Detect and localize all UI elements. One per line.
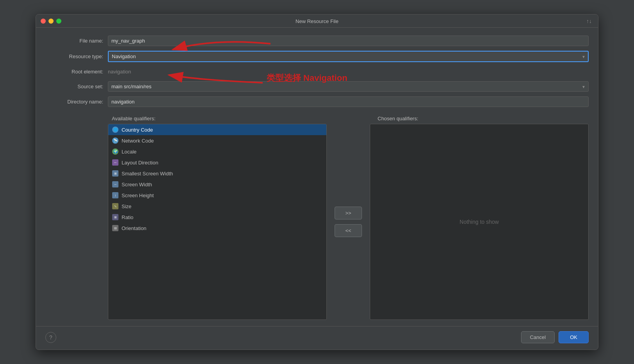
root-element-row: Root element: [45, 67, 589, 77]
resource-type-select[interactable]: Navigation Layout Menu Drawable Values X… [108, 51, 589, 62]
orientation-icon: ⊟ [112, 225, 118, 231]
source-set-row: Source set: main src/main/res ▼ [45, 81, 589, 92]
qualifier-size[interactable]: ⤡ Size [108, 201, 326, 212]
window-controls [41, 18, 61, 23]
qualifier-arrows: >> << [327, 124, 370, 320]
size-icon: ⤡ [112, 203, 118, 209]
qualifier-screen-height-label: Screen Height [122, 193, 154, 198]
chosen-qualifiers-label: Chosen qualifiers: [378, 116, 418, 121]
locale-icon: 🌍 [112, 148, 118, 155]
qualifier-layout-direction-label: Layout Direction [122, 160, 158, 166]
dialog-title: New Resource File [296, 18, 338, 24]
qualifier-country-code[interactable]: 🌐 Country Code [108, 124, 326, 135]
screen-width-icon: ↔ [112, 181, 118, 187]
resource-type-row: Resource type: Navigation Layout Menu Dr… [45, 51, 589, 62]
qualifier-size-label: Size [122, 203, 131, 209]
qualifier-ratio-label: Ratio [122, 214, 133, 220]
source-set-wrapper: main src/main/res ▼ [108, 81, 589, 92]
nothing-to-show-text: Nothing to show [460, 219, 499, 225]
dialog-container: New Resource File ↑↓ File name: Resource… [36, 14, 598, 350]
maximize-button[interactable] [56, 18, 61, 23]
directory-name-input[interactable] [108, 96, 589, 107]
file-name-row: File name: [45, 36, 589, 46]
layout-direction-icon: ↔ [112, 159, 118, 166]
close-button[interactable] [41, 18, 46, 23]
source-set-select[interactable]: main src/main/res [108, 81, 589, 92]
qualifier-layout-direction[interactable]: ↔ Layout Direction [108, 157, 326, 168]
chosen-qualifiers-panel: Nothing to show [370, 124, 589, 320]
help-button[interactable]: ? [45, 332, 56, 343]
file-name-label: File name: [45, 38, 108, 44]
qualifier-locale[interactable]: 🌍 Locale [108, 146, 326, 157]
ratio-icon: ⊞ [112, 214, 118, 220]
qualifier-screen-height[interactable]: ↕ Screen Height [108, 190, 326, 201]
cancel-button[interactable]: Cancel [521, 331, 555, 343]
qualifier-network-code[interactable]: 📡 Network Code [108, 135, 326, 146]
add-qualifier-button[interactable]: >> [335, 207, 362, 219]
smallest-screen-width-icon: ⊞ [112, 170, 118, 177]
qualifier-network-code-label: Network Code [122, 138, 154, 144]
ok-button[interactable]: OK [559, 331, 589, 343]
remove-qualifier-button[interactable]: << [335, 224, 362, 237]
available-qualifiers-list: 🌐 Country Code 📡 Network Code 🌍 Locale [108, 124, 327, 320]
qualifier-ratio[interactable]: ⊞ Ratio [108, 212, 326, 223]
available-qualifiers-label: Available qualifiers: [112, 116, 156, 121]
resource-type-label: Resource type: [45, 54, 108, 59]
qualifier-locale-label: Locale [122, 149, 136, 155]
country-code-icon: 🌐 [112, 127, 118, 133]
screen-height-icon: ↕ [112, 192, 118, 198]
dialog-footer: ? Cancel OK [36, 326, 598, 350]
sort-icon[interactable]: ↑↓ [586, 18, 592, 24]
qualifier-screen-width-label: Screen Width [122, 182, 152, 187]
root-element-input[interactable] [108, 67, 589, 77]
qualifier-smallest-screen-width[interactable]: ⊞ Smallest Screen Width [108, 168, 326, 179]
title-bar: New Resource File ↑↓ [36, 14, 598, 28]
qualifier-country-code-label: Country Code [122, 127, 153, 133]
directory-name-row: Directory name: [45, 96, 589, 107]
network-code-icon: 📡 [112, 137, 118, 144]
dialog-body: File name: Resource type: Navigation Lay… [36, 28, 598, 326]
qualifier-orientation[interactable]: ⊟ Orientation [108, 223, 326, 234]
qualifier-screen-width[interactable]: ↔ Screen Width [108, 179, 326, 190]
minimize-button[interactable] [48, 18, 54, 23]
directory-name-label: Directory name: [45, 99, 108, 105]
source-set-label: Source set: [45, 84, 108, 89]
resource-type-wrapper: Navigation Layout Menu Drawable Values X… [108, 51, 589, 62]
file-name-input[interactable] [108, 36, 589, 46]
qualifier-orientation-label: Orientation [122, 225, 147, 231]
root-element-label: Root element: [45, 69, 108, 75]
qualifier-smallest-screen-width-label: Smallest Screen Width [122, 171, 173, 177]
footer-buttons: Cancel OK [521, 331, 589, 343]
